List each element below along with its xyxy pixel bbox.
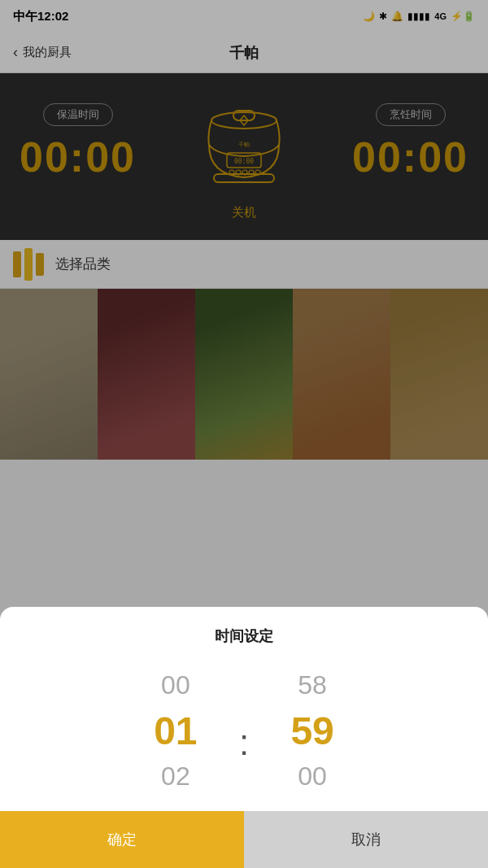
time-picker[interactable]: 00 01 02 : 58 59 00 bbox=[0, 659, 488, 811]
picker-colon: : bbox=[233, 718, 255, 768]
time-setting-modal: 时间设定 00 01 02 : 58 59 00 确定 取消 bbox=[0, 607, 488, 868]
minute-current: 59 bbox=[255, 704, 369, 758]
modal-overlay: 时间设定 00 01 02 : 58 59 00 确定 取消 bbox=[0, 0, 488, 868]
cancel-button[interactable]: 取消 bbox=[244, 811, 488, 868]
minute-prev: 58 bbox=[255, 667, 369, 704]
hour-prev: 00 bbox=[119, 667, 233, 704]
confirm-button[interactable]: 确定 bbox=[0, 811, 244, 868]
modal-actions: 确定 取消 bbox=[0, 811, 488, 868]
hour-picker-col[interactable]: 00 01 02 bbox=[119, 667, 233, 795]
minute-picker-col[interactable]: 58 59 00 bbox=[255, 667, 369, 795]
modal-title: 时间设定 bbox=[0, 607, 488, 659]
minute-next: 00 bbox=[255, 758, 369, 795]
hour-current: 01 bbox=[119, 704, 233, 758]
hour-next: 02 bbox=[119, 758, 233, 795]
